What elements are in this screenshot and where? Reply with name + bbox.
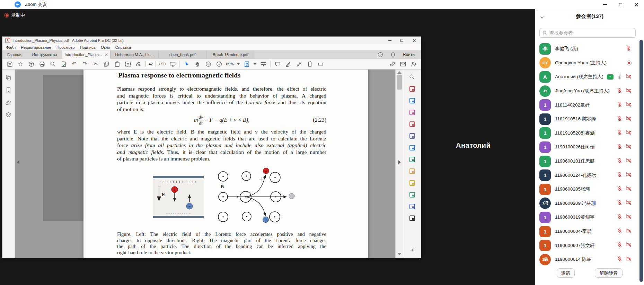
participant-row[interactable]: 李 李健飞 (我)	[535, 42, 640, 56]
page-number-input[interactable]	[145, 61, 156, 67]
create-pdf-icon[interactable]	[409, 97, 416, 104]
doc-tab-break[interactable]: Break 15 minute.pdf	[206, 50, 255, 59]
participant-row[interactable]: 1 1190600607张文轩	[535, 238, 640, 252]
chevron-down-icon[interactable]	[540, 15, 544, 18]
participant-row[interactable]: JY Jingfeng Yao (联席主持人)	[535, 84, 640, 98]
zoom-out-icon[interactable]	[204, 60, 212, 68]
menu-sign[interactable]: Подпись	[80, 45, 96, 49]
hand-tool-icon[interactable]	[194, 60, 201, 68]
body-text-italic: Lorentz force	[246, 99, 275, 105]
layers-icon[interactable]	[5, 111, 12, 119]
menu-file[interactable]: Файл	[6, 45, 16, 49]
bookmarks-icon[interactable]	[5, 86, 12, 94]
star-icon[interactable]: ☆	[17, 60, 24, 68]
fit-page-icon[interactable]	[243, 60, 250, 68]
acrobat-maximize-button[interactable]	[400, 39, 403, 42]
participant-row[interactable]: 1陈 1190600614 陈聂	[535, 252, 640, 267]
menu-view[interactable]: Просмотр	[56, 45, 75, 49]
participant-row[interactable]: 1冯 1190600209 冯林珊	[535, 196, 640, 211]
export-pdf-icon[interactable]	[409, 85, 416, 92]
measure-ruler-icon[interactable]	[259, 60, 267, 68]
link-icon[interactable]	[388, 60, 396, 68]
email-envelope-icon[interactable]	[399, 60, 407, 68]
edit-pdf-icon[interactable]	[409, 109, 416, 116]
save-icon[interactable]	[6, 60, 14, 68]
highlighter-icon[interactable]	[284, 60, 292, 68]
stamp-tool-icon[interactable]	[409, 168, 416, 175]
participant-row[interactable]: 1 1190600205张玮	[535, 182, 640, 196]
zoom-in-icon[interactable]	[215, 60, 223, 68]
participant-search[interactable]	[539, 28, 636, 38]
redo-icon[interactable]: ↷	[81, 60, 89, 68]
comment-tool-icon[interactable]	[409, 180, 416, 186]
print-production-icon[interactable]	[409, 191, 416, 198]
copy-pages-icon[interactable]	[103, 60, 110, 68]
search-icon[interactable]	[49, 60, 56, 68]
fill-sign-icon[interactable]	[409, 132, 416, 139]
notifications-bell-icon[interactable]	[389, 51, 397, 58]
zoom-level-value[interactable]: 85%	[226, 62, 234, 66]
open-pane-arrow-icon[interactable]	[409, 247, 415, 255]
participant-row[interactable]: A Анатолий (联席主持人)	[535, 70, 640, 84]
page-transform-icon[interactable]	[306, 60, 314, 68]
clipboard-icon[interactable]	[113, 60, 121, 68]
page-thumbnails-icon[interactable]	[5, 74, 12, 81]
invite-button[interactable]: 邀请	[557, 268, 575, 278]
share-upload-icon[interactable]	[27, 60, 35, 68]
attachments-paperclip-icon[interactable]	[5, 99, 12, 106]
tab-tools[interactable]: Инструменты	[27, 50, 62, 59]
participant-row[interactable]: 1 1190600319黄鲲宇	[535, 210, 640, 224]
find-tool-icon[interactable]	[408, 73, 416, 81]
protect-shield-icon[interactable]	[409, 203, 416, 210]
menu-help[interactable]: Справка	[115, 45, 131, 49]
help-icon[interactable]: ?	[378, 52, 383, 57]
participants-scrollbar[interactable]	[639, 40, 643, 282]
participant-row[interactable]: 1 1190100026徐向瑞	[535, 140, 640, 154]
scroll-up-icon[interactable]	[397, 71, 402, 74]
tab-home[interactable]: Главная	[2, 50, 27, 59]
search-input[interactable]	[549, 30, 633, 36]
combine-files-icon[interactable]	[409, 121, 416, 128]
share-tool-icon[interactable]	[409, 215, 416, 222]
close-button[interactable]	[628, 0, 644, 9]
zoom-dropdown-caret-icon[interactable]	[237, 63, 240, 65]
print-icon[interactable]	[38, 60, 46, 68]
recording-badge: 录制中	[4, 12, 25, 18]
send-for-signature-icon[interactable]	[409, 144, 416, 151]
binoculars-icon[interactable]	[135, 60, 142, 68]
participant-row[interactable]: 1 1181140202覃妤	[535, 98, 640, 112]
unmute-all-button[interactable]: 解除静音	[595, 268, 623, 278]
scan-ocr-icon[interactable]	[409, 156, 416, 163]
participant-row[interactable]: 1 1181910520刘睿涵	[535, 126, 640, 140]
scroll-down-icon[interactable]	[397, 253, 402, 255]
snapshot-camera-icon[interactable]	[124, 60, 132, 68]
fit-dropdown-caret-icon[interactable]	[254, 63, 256, 65]
collapse-left-pane-icon[interactable]	[17, 160, 19, 164]
minimize-button[interactable]	[597, 0, 613, 9]
undo-icon[interactable]: ↶	[70, 60, 78, 68]
close-tab-icon[interactable]	[105, 53, 108, 56]
maximize-button[interactable]	[613, 0, 628, 9]
sign-in-button[interactable]: Войти	[403, 52, 415, 57]
doc-tab-introduction-plasma[interactable]: Introduction_Plasm...	[62, 50, 110, 59]
select-tool-cursor-icon[interactable]	[183, 60, 191, 68]
participant-row[interactable]: 1 1190600604-李晨	[535, 224, 640, 239]
person-add-icon[interactable]	[410, 60, 417, 68]
page-display-icon[interactable]	[169, 60, 176, 68]
doc-tab-lieberman[interactable]: Lieberman M.A., Lic...	[110, 50, 158, 59]
scrollbar-thumb[interactable]	[397, 75, 402, 90]
page-check-icon[interactable]	[60, 60, 67, 68]
participant-row[interactable]: 1 1181910516-陈兆峰	[535, 112, 640, 126]
menu-window[interactable]: Окно	[101, 45, 110, 49]
participant-row[interactable]: CY Chengxun Yuan (主持人)	[535, 56, 640, 70]
comment-icon[interactable]	[274, 60, 281, 68]
fill-sign-pen-icon[interactable]	[295, 60, 303, 68]
doc-tab-chen-book[interactable]: chen_book.pdf	[158, 50, 206, 59]
rectangle-tool-icon[interactable]	[317, 60, 324, 68]
participant-row[interactable]: 1 1190600101任忠麒	[535, 154, 640, 168]
participant-row[interactable]: 1 1190600124-孔德沄	[535, 168, 640, 182]
menu-edit[interactable]: Редактирование	[21, 45, 51, 49]
acrobat-close-button[interactable]	[413, 39, 416, 42]
cut-scissors-icon[interactable]: ✂	[92, 60, 99, 68]
acrobat-minimize-button[interactable]	[388, 40, 391, 40]
